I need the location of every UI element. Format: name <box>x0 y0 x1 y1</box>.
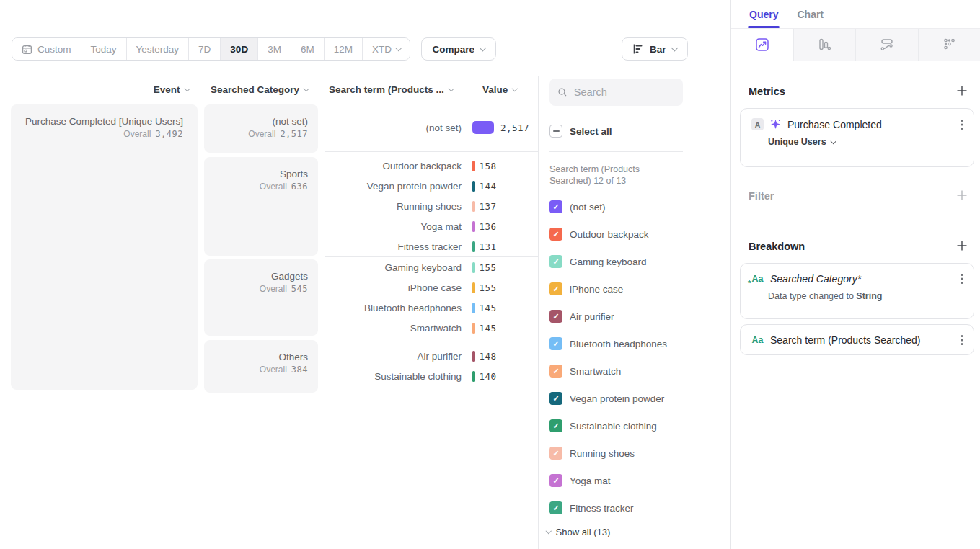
date-range-today[interactable]: Today <box>81 38 126 60</box>
date-range-12m[interactable]: 12M <box>324 38 362 60</box>
add-breakdown-button[interactable] <box>956 240 968 251</box>
checkbox-checked-icon[interactable] <box>549 474 562 487</box>
legend-item[interactable]: Sustainable clothing <box>549 419 667 432</box>
add-metric-button[interactable] <box>956 85 968 97</box>
breakdown-card-searched-category[interactable]: Aa* Searched Category* Data type changed… <box>740 263 974 319</box>
tab-insights-chart[interactable] <box>731 29 793 61</box>
checkbox-checked-icon[interactable] <box>549 365 562 378</box>
chart-style-dropdown[interactable]: Bar <box>622 37 688 61</box>
value-bar[interactable] <box>472 221 475 232</box>
breakdown-property-name: Search term (Products Searched) <box>770 334 921 346</box>
date-range-30d[interactable]: 30D <box>220 38 257 60</box>
legend-item-label: (not set) <box>570 202 606 213</box>
tab-query[interactable]: Query <box>749 0 778 28</box>
search-input[interactable] <box>574 86 675 98</box>
tab-bar-chart[interactable] <box>793 29 856 61</box>
value-bar[interactable] <box>472 181 475 192</box>
search-term-row: Yoga mat136 <box>325 216 538 236</box>
legend-item[interactable]: (not set) <box>549 200 667 213</box>
metrics-heading: Metrics <box>749 86 785 97</box>
legend-item[interactable]: Running shoes <box>549 447 667 460</box>
checkbox-checked-icon[interactable] <box>549 337 562 350</box>
show-all-toggle[interactable]: Show all (13) <box>547 527 610 537</box>
search-term-label: Outdoor backpack <box>325 161 462 171</box>
checkbox-checked-icon[interactable] <box>549 419 562 432</box>
date-range-xtd[interactable]: XTD <box>362 38 410 60</box>
legend-item[interactable]: Vegan protein powder <box>549 392 667 405</box>
value-bar[interactable] <box>472 262 475 273</box>
legend-item-label: Gaming keyboard <box>570 256 647 267</box>
value-bar[interactable] <box>472 323 475 334</box>
indeterminate-checkbox-icon[interactable] <box>549 125 562 138</box>
legend-item[interactable]: Smartwatch <box>549 365 667 378</box>
column-header-value[interactable]: Value <box>482 84 517 95</box>
column-header-search-term[interactable]: Search term (Products ... <box>329 84 453 95</box>
metric-card[interactable]: A Purchase Completed Unique Users <box>740 108 974 167</box>
date-range-custom[interactable]: Custom <box>12 38 81 60</box>
value-bar[interactable] <box>472 371 475 382</box>
tab-flow-chart[interactable] <box>855 29 918 61</box>
date-range-yesterday[interactable]: Yesterday <box>126 38 189 60</box>
breakdown-note: Data type changed to String <box>741 285 974 301</box>
metric-series-badge: A <box>751 118 764 130</box>
legend-item[interactable]: Gaming keyboard <box>549 255 667 268</box>
date-range-6m[interactable]: 6M <box>291 38 324 60</box>
event-card[interactable]: Purchase Completed [Unique Users] Overal… <box>11 104 198 390</box>
checkbox-checked-icon[interactable] <box>549 392 562 405</box>
string-property-icon: Aa* <box>751 274 764 284</box>
category-card[interactable]: GadgetsOverall545 <box>204 259 318 336</box>
checkbox-checked-icon[interactable] <box>549 282 562 295</box>
metric-options-button[interactable] <box>961 119 963 130</box>
search-term-row: Running shoes137 <box>325 196 538 216</box>
legend-item[interactable]: Bluetooth headphones <box>549 337 667 350</box>
checkbox-checked-icon[interactable] <box>549 255 562 268</box>
compare-button[interactable]: Compare <box>421 37 496 61</box>
column-header-event[interactable]: Event <box>11 84 189 95</box>
category-card[interactable]: (not set)Overall2,517 <box>204 104 318 153</box>
value-bar[interactable] <box>472 351 475 362</box>
legend-item[interactable]: Yoga mat <box>549 474 667 487</box>
breakdown-card-search-term[interactable]: Aa Search term (Products Searched) <box>740 324 974 355</box>
legend-list: (not set)Outdoor backpackGaming keyboard… <box>549 200 667 514</box>
breakdown-options-button[interactable] <box>961 273 963 285</box>
select-all-row[interactable]: Select all <box>549 125 612 138</box>
value-bar[interactable] <box>472 201 475 212</box>
column-header-searched-category[interactable]: Searched Category <box>211 84 309 95</box>
chevron-down-icon <box>304 86 309 92</box>
checkbox-checked-icon[interactable] <box>549 501 562 514</box>
value-bar[interactable] <box>472 303 475 313</box>
breakdown-options-button[interactable] <box>961 334 963 346</box>
checkbox-checked-icon[interactable] <box>549 200 562 213</box>
overall-value: 636 <box>291 182 308 192</box>
legend-item[interactable]: Fitness tracker <box>549 501 667 514</box>
tab-segmentation[interactable] <box>918 29 980 61</box>
value-bar[interactable] <box>472 161 475 171</box>
add-filter-button[interactable] <box>956 189 968 201</box>
date-range-label: 12M <box>334 44 353 55</box>
date-range-7d[interactable]: 7D <box>188 38 220 60</box>
value-bar[interactable] <box>472 282 475 293</box>
show-all-label: Show all (13) <box>556 527 611 537</box>
checkbox-checked-icon[interactable] <box>549 310 562 323</box>
event-name: Purchase Completed [Unique Users] <box>11 115 183 128</box>
legend-item[interactable]: iPhone case <box>549 282 667 295</box>
date-range-3m[interactable]: 3M <box>257 38 291 60</box>
aggregation-selector[interactable]: Unique Users <box>741 130 974 147</box>
tab-chart[interactable]: Chart <box>797 0 824 28</box>
legend-search[interactable] <box>549 79 683 106</box>
search-term-row: Outdoor backpack158 <box>325 156 538 176</box>
legend-item[interactable]: Outdoor backpack <box>549 228 667 241</box>
search-term-label: Smartwatch <box>325 323 462 334</box>
value-bar[interactable] <box>472 121 494 134</box>
value-text: 158 <box>480 161 497 171</box>
column-header-label: Event <box>154 84 180 95</box>
category-card[interactable]: SportsOverall636 <box>204 157 318 256</box>
category-card[interactable]: OthersOverall384 <box>204 340 318 393</box>
checkbox-checked-icon[interactable] <box>549 228 562 241</box>
legend-item[interactable]: Air purifier <box>549 310 667 323</box>
legend-item-label: Air purifier <box>570 311 614 322</box>
value-bar[interactable] <box>472 241 475 252</box>
search-term-row: Gaming keyboard155 <box>325 257 538 277</box>
tab-label: Chart <box>797 9 824 20</box>
checkbox-checked-icon[interactable] <box>549 447 562 460</box>
